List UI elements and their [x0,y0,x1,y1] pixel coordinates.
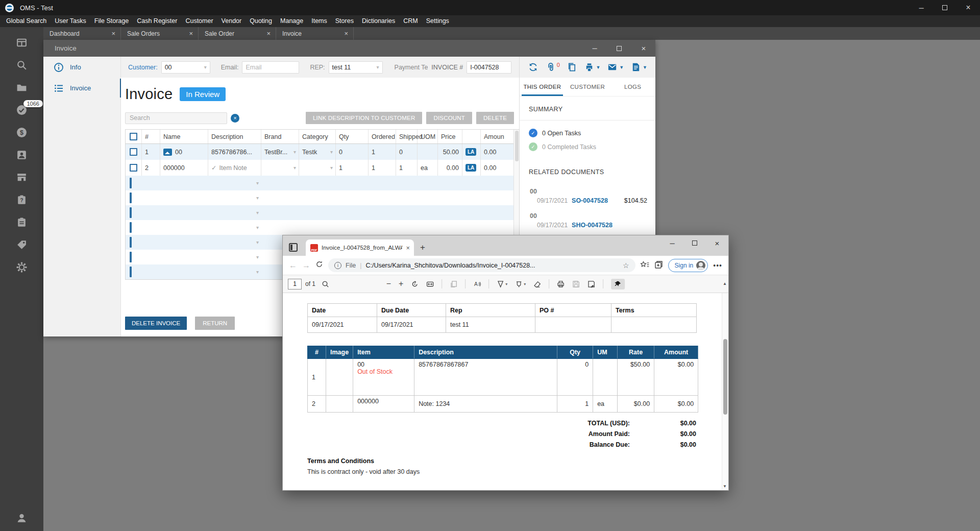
select-all-checkbox[interactable] [130,133,137,140]
save-icon[interactable] [572,280,580,288]
url-bar[interactable]: i File | C:/Users/Karina_Shchitova/Downl… [328,258,635,272]
cell-price[interactable]: 0.00 [438,160,462,176]
row-checkbox[interactable] [130,207,132,218]
favorites-icon[interactable] [641,260,649,271]
tab-close-icon[interactable]: × [189,30,193,37]
clipboard-list-icon[interactable] [15,216,29,228]
clipboard-question-icon[interactable]: ? [15,194,29,206]
row-checkbox[interactable] [130,267,132,277]
erase-icon[interactable] [533,280,541,288]
browser-minimize-button[interactable]: ─ [661,235,683,251]
row-checkbox[interactable] [130,148,137,156]
search-icon[interactable] [15,59,29,71]
read-aloud-icon[interactable]: A [473,280,481,288]
maximize-button[interactable] [933,0,957,15]
cell-brand[interactable]: ▾ [261,160,299,176]
invoice-maximize-button[interactable] [614,43,625,54]
draw-icon[interactable]: ▾ [497,280,507,288]
cell-category[interactable]: Testk▾ [299,144,336,160]
menu-quoting[interactable]: Quoting [246,15,276,27]
rotate-icon[interactable] [411,280,419,288]
cell-labels[interactable]: LA⋮ [462,160,481,176]
tab-close-icon[interactable]: × [266,30,271,37]
collections-icon[interactable] [654,260,663,271]
menu-manage[interactable]: Manage [276,15,307,27]
tab-invoice[interactable]: Invoice× [276,27,354,40]
la-badge[interactable]: LA [465,148,476,156]
nav-item-info[interactable]: Info [43,57,120,78]
open-tasks-row[interactable]: ✓ 0 Open Tasks [529,129,655,137]
email-icon[interactable]: ▼ [607,62,624,73]
zoom-in-icon[interactable]: + [399,279,403,288]
cell-brand[interactable]: TestBr...▾ [261,144,299,160]
scroll-up-arrow-icon[interactable]: ▲ [723,281,727,286]
menu-vendor[interactable]: Vendor [217,15,246,27]
tab-this-order[interactable]: THIS ORDER [520,78,565,96]
browser-close-button[interactable]: × [706,235,728,251]
empty-row[interactable]: ▾ [126,176,519,190]
menu-customer[interactable]: Customer [181,15,217,27]
cell-qty[interactable]: 0 [336,144,369,160]
tab-actions-icon[interactable] [289,243,298,252]
pdf-print-icon[interactable] [557,280,565,288]
dashboard-icon[interactable] [15,36,29,49]
tab-logs[interactable]: LOGS [610,78,655,96]
chevron-down-icon[interactable]: ▾ [524,282,526,286]
fit-to-width-icon[interactable] [426,280,434,288]
discount-button[interactable]: DISCOUNT [426,112,472,124]
cell-description[interactable]: ✓Item Note [208,160,261,176]
row-checkbox[interactable] [130,252,132,262]
row-checkbox[interactable] [130,164,137,172]
pdf-search-icon[interactable] [322,280,329,288]
gear-icon[interactable] [15,261,29,273]
clear-search-icon[interactable]: × [231,114,239,123]
row-checkbox[interactable] [130,237,132,248]
pin-toolbar-icon[interactable] [611,279,625,289]
search-input[interactable] [125,112,227,124]
menu-file-storage[interactable]: File Storage [90,15,133,27]
scrollbar-thumb[interactable] [515,131,519,161]
tab-sale-order[interactable]: Sale Order× [199,27,276,40]
page-number-input[interactable] [288,279,302,289]
browser-menu-icon[interactable]: ••• [713,261,722,270]
delete-button[interactable]: DELETE [476,112,514,124]
tab-dashboard[interactable]: Dashboard× [43,27,121,40]
tab-customer[interactable]: CUSTOMER [565,78,610,96]
tag-icon[interactable] [15,238,29,251]
reload-icon[interactable] [315,260,323,270]
cell-qty[interactable]: 1 [336,160,369,176]
sign-in-button[interactable]: Sign in [668,259,708,272]
bookmark-star-icon[interactable]: ☆ [623,261,629,270]
new-tab-button[interactable]: + [420,244,425,251]
la-badge[interactable]: LA [465,164,476,172]
row-checkbox[interactable] [130,222,132,233]
menu-dictionaries[interactable]: Dictionaries [358,15,399,27]
highlight-icon[interactable]: ▾ [515,280,526,288]
scrollbar-thumb[interactable] [723,339,727,415]
tab-sale-orders[interactable]: Sale Orders× [121,27,199,40]
zoom-out-icon[interactable]: − [386,279,391,288]
refresh-icon[interactable] [528,62,538,73]
invoice-close-button[interactable]: × [638,43,649,54]
browser-tab[interactable]: PDF Invoice_I-0047528_from_ALWAZ × [306,239,414,256]
empty-row[interactable]: ▾ [126,220,519,235]
email-field[interactable] [242,61,299,74]
doc-link[interactable]: SHO-0047528 [572,222,612,229]
return-button[interactable]: RETURN [195,317,235,330]
close-button[interactable]: × [957,0,980,15]
tasks-check-icon[interactable]: 1066 [15,104,29,116]
invoice-number-field[interactable] [467,61,511,74]
copy-icon[interactable] [567,62,577,73]
currency-icon[interactable]: $ [15,126,29,138]
tab-close-icon[interactable]: × [344,30,348,37]
empty-row[interactable]: ▾ [126,190,519,205]
contact-icon[interactable] [15,149,29,161]
doc-link[interactable]: SO-0047528 [572,197,608,204]
save-as-icon[interactable] [587,280,595,288]
completed-tasks-row[interactable]: ✓ 0 Completed Tasks [529,142,655,151]
menu-settings[interactable]: Settings [422,15,453,27]
document-icon[interactable]: ▼ [630,62,647,73]
table-row[interactable]: 2 000000 ✓Item Note ▾ ▾ 1 1 1 ea 0.00 LA… [126,160,519,176]
menu-crm[interactable]: CRM [399,15,422,27]
menu-global-search[interactable]: Global Search [2,15,51,27]
